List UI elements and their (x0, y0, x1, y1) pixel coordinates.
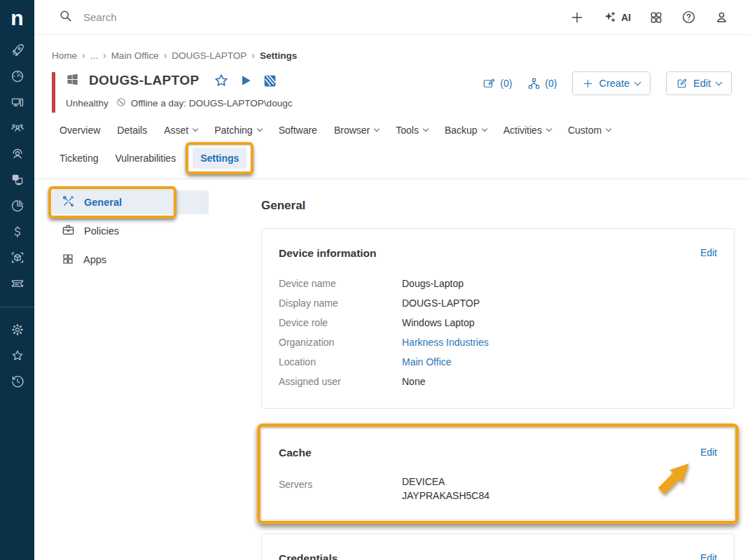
tabs-divider (34, 178, 750, 179)
settings-subnav: General Policies Apps (52, 190, 232, 560)
tools-icon (62, 195, 75, 210)
quick-add-icon[interactable] (570, 10, 584, 24)
breadcrumb-ellipsis[interactable]: ... (90, 50, 98, 61)
subnav-label: Apps (83, 254, 106, 265)
chevron-down-icon (423, 126, 429, 132)
field-device-role: Device role Windows Laptop (279, 313, 717, 332)
tab-asset[interactable]: Asset (164, 125, 197, 136)
organization-link[interactable]: Harkness Industries (402, 332, 489, 352)
chevron-down-icon (481, 126, 487, 132)
page-title: General (261, 199, 735, 213)
ai-label: AI (621, 12, 631, 23)
deployment-package-icon[interactable] (11, 251, 25, 265)
search-input[interactable] (83, 11, 363, 23)
devices-icon[interactable] (11, 95, 25, 109)
device-header: DOUGS-LAPTOP Unhealthy Offline a day: DO… (52, 70, 750, 109)
ninjaone-logo[interactable]: n (0, 0, 34, 36)
ticketing-icon[interactable] (11, 276, 25, 290)
field-display-name: Display name DOUGS-LAPTOP (279, 293, 717, 313)
field-location: Location Main Office (279, 352, 717, 372)
windows-logo-icon (66, 73, 79, 89)
end-users-icon[interactable] (11, 121, 25, 135)
chevron-down-icon (193, 126, 198, 132)
offline-status-text: Offline a day: DOUGS-LAPTOP\dougc (131, 98, 293, 108)
card-title: Credentials (279, 552, 338, 560)
topbar: AI (34, 0, 750, 35)
field-device-name: Device name Dougs-Laptop (279, 274, 717, 293)
subnav-item-policies[interactable]: Policies (52, 219, 209, 243)
profile-icon[interactable] (714, 10, 729, 24)
breadcrumb-settings: Settings (260, 50, 297, 61)
device-status-row: Unhealthy Offline a day: DOUGS-LAPTOP\do… (66, 97, 750, 109)
device-tabs-row-2: Ticketing Vulnerabilities Settings (60, 148, 750, 169)
cache-card: Cache Edit Servers DEVICEA JAYPRAKASH5C8… (261, 428, 735, 520)
favorites-star-icon[interactable] (11, 349, 25, 363)
card-title: Device information (279, 247, 377, 260)
tab-browser[interactable]: Browser (334, 125, 379, 136)
credentials-edit-link[interactable]: Edit (700, 552, 717, 560)
subnav-label: General (84, 197, 122, 208)
chevron-down-icon (256, 126, 262, 132)
tab-activities[interactable]: Activities (504, 125, 551, 136)
breadcrumb-separator: › (103, 50, 106, 61)
breadcrumb-home[interactable]: Home (52, 50, 77, 61)
offline-icon (116, 97, 126, 109)
tab-overview[interactable]: Overview (60, 125, 100, 136)
subnav-item-general[interactable]: General (52, 190, 209, 214)
apps-grid-icon (62, 253, 74, 267)
tab-vulnerabilities[interactable]: Vulnerabilities (116, 153, 176, 164)
briefcase-icon (62, 223, 75, 239)
breadcrumb: Home › ... › Main Office › DOUGS-LAPTOP … (52, 50, 750, 61)
tab-software[interactable]: Software (279, 125, 317, 136)
ai-assistant-icon[interactable]: AI (602, 10, 631, 25)
field-assigned-user: Assigned user None (279, 372, 717, 391)
global-search (59, 9, 570, 25)
edit-button-label: Edit (693, 78, 711, 89)
automations-counter[interactable]: (0) (527, 77, 557, 90)
breadcrumb-main-office[interactable]: Main Office (111, 50, 159, 61)
settings-content: General Device information Edit Device n… (261, 190, 735, 560)
administration-gear-icon[interactable] (11, 323, 25, 337)
sidebar-nav (0, 43, 34, 388)
tab-settings[interactable]: Settings (193, 148, 246, 169)
remote-support-icon[interactable] (11, 147, 25, 161)
tab-ticketing[interactable]: Ticketing (60, 153, 99, 164)
unhealthy-status-bar (52, 72, 55, 113)
history-icon[interactable] (11, 374, 25, 388)
device-information-edit-link[interactable]: Edit (700, 247, 717, 258)
help-icon[interactable] (681, 10, 696, 24)
dashboard-gauge-icon[interactable] (11, 69, 25, 83)
edit-button[interactable]: Edit (666, 71, 732, 95)
cache-server: JAYPRAKASH5C84 (402, 489, 489, 503)
chevron-down-icon (546, 126, 552, 132)
notes-count: (0) (500, 78, 512, 89)
remote-connect-icon[interactable] (263, 74, 277, 88)
run-play-icon[interactable] (239, 74, 253, 88)
device-information-card: Device information Edit Device name Doug… (261, 228, 735, 409)
chevron-down-icon (606, 126, 611, 132)
app-window: n (0, 0, 750, 560)
tab-patching[interactable]: Patching (214, 125, 261, 136)
location-link[interactable]: Main Office (402, 352, 452, 372)
billing-dollar-icon[interactable] (11, 225, 25, 239)
breadcrumb-device[interactable]: DOUGS-LAPTOP (172, 50, 246, 61)
notes-counter[interactable]: (0) (482, 77, 512, 90)
app-sidebar: n (0, 0, 34, 560)
software-inventory-icon[interactable] (11, 173, 25, 187)
search-icon (59, 9, 72, 25)
apps-grid-icon[interactable] (649, 10, 663, 24)
cache-edit-link[interactable]: Edit (700, 447, 717, 458)
cache-card-annotated: Cache Edit Servers DEVICEA JAYPRAKASH5C8… (261, 428, 735, 520)
getting-started-rocket-icon[interactable] (11, 43, 25, 57)
tab-backup[interactable]: Backup (445, 125, 487, 136)
chevron-down-icon (716, 78, 723, 85)
favorite-star-icon[interactable] (214, 73, 229, 88)
reports-pie-icon[interactable] (11, 199, 25, 213)
subnav-item-apps[interactable]: Apps (52, 248, 209, 272)
tab-tools[interactable]: Tools (396, 125, 428, 136)
create-button[interactable]: Create (572, 71, 651, 95)
topbar-actions: AI (570, 10, 729, 25)
breadcrumb-separator: › (82, 50, 85, 61)
tab-details[interactable]: Details (117, 125, 147, 136)
tab-custom[interactable]: Custom (568, 125, 611, 136)
